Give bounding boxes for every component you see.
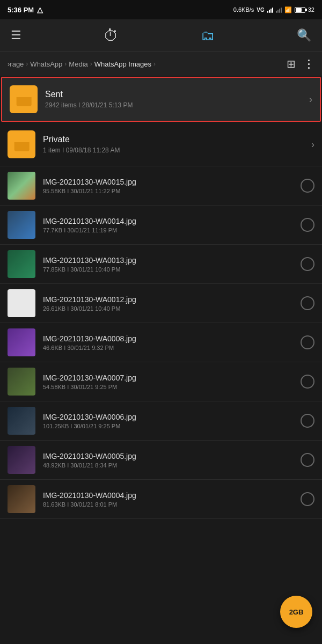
file-name: IMG-20210130-WA0012.jpg	[43, 295, 296, 304]
file-meta: 46.6KB I 30/01/21 9:32 PM	[43, 345, 296, 351]
breadcrumb-whatsapp-images[interactable]: WhatsApp Images	[94, 60, 151, 68]
file-list: Sent 2942 items I 28/01/21 5:13 PM › Pri…	[0, 77, 322, 519]
folder-private-chevron: ›	[311, 139, 314, 150]
file-info: IMG-20210130-WA0008.jpg 46.6KB I 30/01/2…	[43, 334, 296, 351]
file-info: IMG-20210130-WA0012.jpg 26.61KB I 30/01/…	[43, 295, 296, 312]
file-name: IMG-20210130-WA0015.jpg	[43, 178, 296, 186]
network-speed: 0.6KB/s	[233, 6, 254, 13]
file-thumbnail	[8, 485, 35, 513]
file-thumbnail	[8, 172, 35, 200]
breadcrumb-sep-4: ›	[153, 60, 156, 68]
file-select-radio[interactable]	[301, 218, 314, 232]
file-thumbnail	[8, 250, 35, 278]
file-name: IMG-20210130-WA0005.jpg	[43, 452, 296, 460]
toolbar: ☰ ⏱ 🗂 🔍	[0, 19, 322, 52]
status-left: 5:36 PM △	[8, 5, 43, 14]
folder-private[interactable]: Private 1 item I 09/08/18 11:28 AM ›	[0, 123, 322, 166]
signal-icon-2	[276, 6, 282, 13]
folder-private-name: Private	[43, 135, 311, 144]
file-name: IMG-20210130-WA0007.jpg	[43, 374, 296, 382]
file-thumbnail	[8, 446, 35, 474]
file-name: IMG-20210130-WA0013.jpg	[43, 256, 296, 265]
file-info: IMG-20210130-WA0004.jpg 81.63KB I 30/01/…	[43, 491, 296, 508]
file-meta: 101.25KB I 30/01/21 9:25 PM	[43, 423, 296, 429]
battery-icon	[295, 7, 305, 13]
file-meta: 48.92KB I 30/01/21 8:34 PM	[43, 462, 296, 469]
search-button[interactable]: 🔍	[297, 28, 311, 42]
file-name: IMG-20210130-WA0006.jpg	[43, 413, 296, 421]
file-select-radio[interactable]	[301, 492, 314, 506]
history-button[interactable]: ⏱	[104, 27, 119, 45]
file-item[interactable]: IMG-20210130-WA0008.jpg 46.6KB I 30/01/2…	[0, 323, 322, 362]
breadcrumb-sep-2: ›	[64, 60, 67, 68]
file-select-radio[interactable]	[301, 375, 314, 389]
folder-sent-name: Sent	[45, 90, 309, 99]
file-info: IMG-20210130-WA0015.jpg 95.58KB I 30/01/…	[43, 178, 296, 194]
breadcrumb-whatsapp[interactable]: WhatsApp	[30, 60, 62, 68]
folder-sent-info: Sent 2942 items I 28/01/21 5:13 PM	[45, 90, 309, 109]
file-select-radio[interactable]	[301, 335, 314, 349]
file-info: IMG-20210130-WA0014.jpg 77.7KB I 30/01/2…	[43, 217, 296, 233]
menu-button[interactable]: ☰	[11, 28, 21, 42]
file-thumbnail	[8, 211, 35, 239]
time: 5:36 PM	[8, 6, 34, 14]
file-select-radio[interactable]	[301, 257, 314, 271]
breadcrumb-bar: ›rage › WhatsApp › Media › WhatsApp Imag…	[0, 52, 322, 76]
file-info: IMG-20210130-WA0013.jpg 77.85KB I 30/01/…	[43, 256, 296, 273]
folder-sent-icon	[10, 85, 38, 113]
cloud-icon: △	[37, 5, 43, 14]
file-info: IMG-20210130-WA0006.jpg 101.25KB I 30/01…	[43, 413, 296, 429]
wifi-icon: 📶	[284, 6, 292, 13]
file-name: IMG-20210130-WA0008.jpg	[43, 334, 296, 343]
signal-icon	[267, 6, 273, 13]
file-meta: 77.7KB I 30/01/21 11:19 PM	[43, 227, 296, 233]
file-select-radio[interactable]	[301, 296, 314, 310]
breadcrumb-sep-3: ›	[90, 60, 92, 68]
breadcrumb-actions: ⊞ ⋮	[287, 57, 314, 70]
network-type: VG	[257, 7, 264, 13]
file-thumbnail	[8, 407, 35, 435]
file-name: IMG-20210130-WA0014.jpg	[43, 217, 296, 225]
file-meta: 54.58KB I 30/01/21 9:25 PM	[43, 384, 296, 390]
breadcrumb-truncated: ›rage	[8, 60, 24, 68]
folder-sent-chevron: ›	[309, 94, 312, 105]
file-thumbnail	[8, 368, 35, 396]
file-item[interactable]: IMG-20210130-WA0013.jpg 77.85KB I 30/01/…	[0, 245, 322, 284]
folder-private-meta: 1 item I 09/08/18 11:28 AM	[43, 147, 311, 154]
file-info: IMG-20210130-WA0005.jpg 48.92KB I 30/01/…	[43, 452, 296, 469]
breadcrumb-media[interactable]: Media	[69, 60, 87, 68]
file-thumbnail	[8, 289, 35, 317]
folder-sent-meta: 2942 items I 28/01/21 5:13 PM	[45, 101, 309, 109]
file-meta: 81.63KB I 30/01/21 8:01 PM	[43, 501, 296, 508]
file-meta: 95.58KB I 30/01/21 11:22 PM	[43, 188, 296, 194]
folder-button[interactable]: 🗂	[201, 27, 215, 44]
file-name: IMG-20210130-WA0004.jpg	[43, 491, 296, 500]
file-item[interactable]: IMG-20210130-WA0015.jpg 95.58KB I 30/01/…	[0, 166, 322, 206]
folder-private-icon	[8, 130, 35, 158]
file-item[interactable]: IMG-20210130-WA0014.jpg 77.7KB I 30/01/2…	[0, 206, 322, 245]
file-select-radio[interactable]	[301, 414, 314, 428]
file-meta: 26.61KB I 30/01/21 10:40 PM	[43, 305, 296, 312]
file-item[interactable]: IMG-20210130-WA0007.jpg 54.58KB I 30/01/…	[0, 362, 322, 401]
fab-storage-button[interactable]: 2GB	[280, 596, 312, 628]
grid-view-button[interactable]: ⊞	[287, 57, 296, 70]
file-thumbnail	[8, 328, 35, 356]
file-select-radio[interactable]	[301, 453, 314, 467]
more-options-button[interactable]: ⋮	[303, 57, 314, 70]
status-bar: 5:36 PM △ 0.6KB/s VG 📶 32	[0, 0, 322, 19]
file-select-radio[interactable]	[301, 179, 314, 193]
file-item[interactable]: IMG-20210130-WA0004.jpg 81.63KB I 30/01/…	[0, 480, 322, 519]
file-info: IMG-20210130-WA0007.jpg 54.58KB I 30/01/…	[43, 374, 296, 390]
status-right: 0.6KB/s VG 📶 32	[233, 6, 314, 13]
fab-label: 2GB	[289, 608, 304, 616]
file-item[interactable]: IMG-20210130-WA0005.jpg 48.92KB I 30/01/…	[0, 441, 322, 480]
folder-sent[interactable]: Sent 2942 items I 28/01/21 5:13 PM ›	[1, 77, 321, 122]
breadcrumb-sep-1: ›	[26, 60, 28, 68]
file-item[interactable]: IMG-20210130-WA0012.jpg 26.61KB I 30/01/…	[0, 284, 322, 323]
folder-private-info: Private 1 item I 09/08/18 11:28 AM	[43, 135, 311, 154]
file-meta: 77.85KB I 30/01/21 10:40 PM	[43, 266, 296, 273]
battery-percent: 32	[308, 6, 314, 13]
file-item[interactable]: IMG-20210130-WA0006.jpg 101.25KB I 30/01…	[0, 401, 322, 441]
